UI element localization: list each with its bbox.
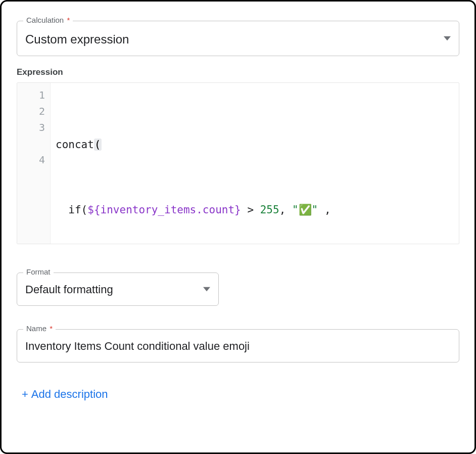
code-line: if(${inventory_items.count} > 255, "✅" ,: [56, 202, 454, 218]
tok-fn: concat: [56, 139, 94, 151]
required-marker: *: [67, 16, 70, 24]
format-select[interactable]: Format Default formatting: [17, 273, 219, 306]
emoji-check-icon: ✅: [299, 204, 312, 216]
tok-comma: ,: [279, 204, 286, 216]
add-description-label: Add description: [31, 388, 108, 401]
add-description-button[interactable]: + Add description: [22, 388, 108, 401]
tok-ref: $: [87, 204, 94, 216]
tok-quote: ": [292, 204, 299, 216]
line-number-spacer: [20, 135, 45, 152]
name-label: Name *: [23, 324, 56, 333]
name-field[interactable]: Name *: [17, 329, 459, 362]
editor-code[interactable]: concat( if(${inventory_items.count} > 25…: [51, 83, 459, 244]
tok-num: 255: [260, 204, 279, 216]
tok-ref: {: [94, 204, 101, 216]
tok-quote: ": [312, 204, 318, 216]
format-value: Default formatting: [25, 275, 199, 303]
format-label-text: Format: [26, 267, 51, 276]
tok-ref: inventory_items.count: [101, 204, 235, 216]
chevron-down-icon: [444, 35, 451, 42]
code-line: concat(: [56, 137, 454, 153]
name-input[interactable]: [25, 332, 451, 360]
tok-comma: ,: [324, 204, 331, 216]
tok-paren: (: [81, 204, 88, 216]
calculation-value: Custom expression: [25, 23, 440, 54]
tok-paren: (: [94, 139, 102, 151]
expression-editor[interactable]: 1 2 3 4 concat( if(${inventory_items.cou…: [17, 82, 459, 244]
editor-gutter: 1 2 3 4: [17, 83, 51, 244]
expression-label: Expression: [17, 67, 459, 77]
tok-op: >: [247, 204, 254, 216]
line-number: 2: [20, 103, 45, 119]
line-number: 3: [20, 119, 45, 135]
calculation-label: Calculation *: [23, 16, 73, 25]
format-label: Format: [23, 267, 54, 277]
calculation-label-text: Calculation: [26, 16, 64, 24]
name-label-text: Name: [26, 324, 46, 333]
calculation-select[interactable]: Calculation * Custom expression: [17, 21, 459, 56]
required-marker: *: [50, 324, 53, 333]
line-number: 4: [20, 152, 45, 168]
plus-icon: +: [22, 389, 28, 400]
tok-kw: if: [68, 204, 81, 216]
tok-ref: }: [234, 204, 241, 216]
line-number: 1: [20, 87, 45, 103]
chevron-down-icon: [203, 286, 210, 293]
custom-field-panel: Calculation * Custom expression Expressi…: [0, 0, 476, 454]
